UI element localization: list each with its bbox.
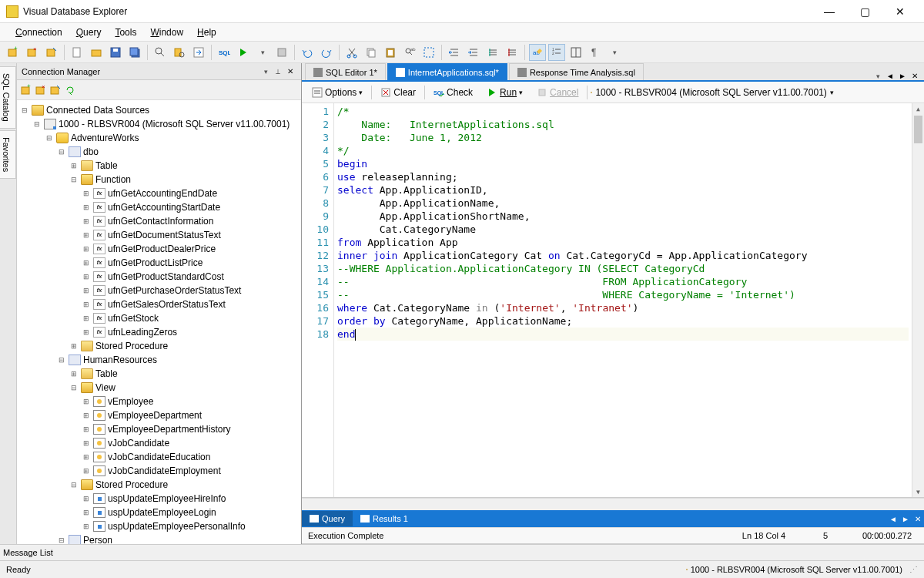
open-file-icon[interactable] [88, 44, 105, 61]
scroll-down-icon[interactable]: ▼ [912, 486, 924, 497]
editor-scrollbar[interactable]: ▲ ▼ [912, 103, 924, 497]
editor-tab-3[interactable]: Response Time Analysis.sql [509, 63, 644, 80]
tree-item[interactable]: ⊞uspUpdateEmployeeLogin [82, 506, 300, 519]
save-all-icon[interactable] [126, 44, 143, 61]
menu-help[interactable]: Help [191, 25, 223, 39]
new-file-icon[interactable] [69, 44, 85, 61]
resize-grip-icon[interactable]: ⋰ [902, 565, 918, 575]
tree-folder-table[interactable]: ⊞Table [69, 367, 300, 381]
menu-tools[interactable]: Tools [109, 25, 142, 39]
redo-icon[interactable] [318, 44, 335, 61]
connection-tree[interactable]: ⊟Connected Data Sources ⊟1000 - RLBSVR00… [17, 100, 301, 544]
result-next-icon[interactable]: ► [899, 515, 912, 523]
refresh-icon[interactable] [64, 84, 76, 96]
goto-icon[interactable] [190, 44, 207, 61]
clear-button[interactable]: Clear [375, 85, 421, 100]
tree-schema-person[interactable]: ⊟Person [57, 533, 300, 544]
db-edit-icon[interactable] [43, 44, 60, 61]
add-connection-icon[interactable]: + [20, 84, 32, 96]
run-icon[interactable] [235, 44, 252, 61]
uncomment-icon[interactable] [504, 44, 521, 61]
tree-item[interactable]: ⊞fxufnGetStock [82, 311, 300, 325]
result-tab-results[interactable]: Results 1 [353, 511, 416, 526]
db-add-icon[interactable]: + [5, 44, 22, 61]
connection-selector[interactable]: 1000 - RLBSVR004 (Microsoft SQL Server v… [591, 87, 919, 98]
copy-icon[interactable] [363, 44, 380, 61]
run-dropdown-icon[interactable] [254, 44, 271, 61]
panel-menu-icon[interactable] [259, 66, 272, 78]
tree-item[interactable]: ⊞fxufnGetContactInformation [82, 214, 300, 228]
pilcrow-dropdown-icon[interactable] [606, 44, 623, 61]
menu-query[interactable]: Query [70, 25, 108, 39]
tree-item[interactable]: ⊞vJobCandidate [82, 436, 300, 450]
tree-item[interactable]: ⊞fxufnGetProductStandardCost [82, 270, 300, 284]
editor-tab-1[interactable]: SQL Editor 1* [305, 63, 386, 80]
tab-prev-icon[interactable]: ◄ [884, 72, 896, 80]
save-icon[interactable] [107, 44, 124, 61]
side-tab-favorites[interactable]: Favorites [0, 130, 16, 179]
tree-server[interactable]: ⊟1000 - RLBSVR004 (Microsoft SQL Server … [32, 117, 300, 131]
tree-schema-hr[interactable]: ⊟HumanResources [57, 353, 300, 367]
tree-item[interactable]: ⊞vEmployeeDepartment [82, 408, 300, 422]
run-button[interactable]: Run▾ [481, 85, 528, 100]
tree-folder-sp[interactable]: ⊟Stored Procedure [69, 478, 300, 492]
stop-icon[interactable] [273, 44, 290, 61]
options-button[interactable]: Options▾ [306, 85, 368, 100]
tab-list-icon[interactable] [872, 72, 884, 80]
tree-item[interactable]: ⊞fxufnGetDocumentStatusText [82, 228, 300, 242]
tree-item[interactable]: ⊞fxufnGetProductDealerPrice [82, 242, 300, 256]
sql-icon[interactable]: SQL [216, 44, 233, 61]
menu-connection[interactable]: Connection [9, 25, 69, 39]
result-prev-icon[interactable]: ◄ [887, 515, 899, 523]
minimize-button[interactable]: — [812, 0, 847, 23]
search-icon[interactable] [152, 44, 169, 61]
edit-connection-icon[interactable] [49, 84, 62, 96]
tree-item[interactable]: ⊞fxufnGetSalesOrderStatusText [82, 297, 300, 311]
check-button[interactable]: SQLCheck [428, 85, 478, 100]
tree-item[interactable]: ⊞fxufnLeadingZeros [82, 325, 300, 339]
editor-hscroll[interactable] [302, 498, 924, 510]
highlight-icon[interactable]: ab [529, 44, 546, 61]
tree-folder-sp[interactable]: ⊞Stored Procedure [69, 339, 300, 353]
tree-schema-dbo[interactable]: ⊟dbo [57, 145, 300, 159]
find-in-db-icon[interactable] [171, 44, 188, 61]
side-tab-sql-catalog[interactable]: SQL Catalog [0, 66, 16, 129]
indent-left-icon[interactable] [446, 44, 463, 61]
tree-item[interactable]: ⊞vJobCandidateEducation [82, 450, 300, 464]
tree-database[interactable]: ⊟AdventureWorks [45, 131, 300, 145]
comment-icon[interactable] [484, 44, 501, 61]
code-area[interactable]: /* Name: InternetApplications.sql Date: … [334, 103, 912, 497]
db-remove-icon[interactable]: × [24, 44, 41, 61]
select-all-icon[interactable] [420, 44, 437, 61]
undo-icon[interactable] [299, 44, 316, 61]
panel-close-icon[interactable]: ✕ [284, 66, 296, 78]
indent-right-icon[interactable] [465, 44, 482, 61]
pilcrow-icon[interactable]: ¶ [587, 44, 604, 61]
result-tab-query[interactable]: Query [302, 511, 353, 526]
code-editor[interactable]: 123456789101112131415161718 /* Name: Int… [302, 103, 924, 498]
tree-item[interactable]: ⊞fxufnGetProductListPrice [82, 256, 300, 270]
menu-window[interactable]: Window [144, 25, 189, 39]
message-list-tab[interactable]: Message List [0, 544, 924, 561]
tab-close-icon[interactable]: ✕ [909, 72, 921, 80]
tree-item[interactable]: ⊞vJobCandidateEmployment [82, 464, 300, 478]
tree-item[interactable]: ⊞uspUpdateEmployeeHireInfo [82, 492, 300, 506]
cut-icon[interactable] [343, 44, 360, 61]
remove-connection-icon[interactable]: × [35, 84, 47, 96]
tree-item[interactable]: ⊞vEmployee [82, 395, 300, 408]
pin-icon[interactable]: ⟂ [272, 66, 284, 78]
tree-item[interactable]: ⊞vEmployeeDepartmentHistory [82, 422, 300, 436]
tree-root[interactable]: ⊟Connected Data Sources [20, 103, 300, 117]
editor-tab-2[interactable]: InternetApplications.sql* [387, 63, 507, 80]
tree-item[interactable]: ⊞fxufnGetAccountingEndDate [82, 187, 300, 200]
tree-item[interactable]: ⊞fxufnGetPurchaseOrderStatusText [82, 284, 300, 297]
tree-item[interactable]: ⊞uspUpdateEmployeePersonalInfo [82, 519, 300, 533]
tree-folder-view[interactable]: ⊟View [69, 381, 300, 395]
close-button[interactable]: ✕ [882, 0, 918, 23]
tree-item[interactable]: ⊞fxufnGetAccountingStartDate [82, 200, 300, 214]
scroll-thumb[interactable] [914, 116, 922, 143]
find-replace-icon[interactable]: ab [401, 44, 418, 61]
tree-folder-function[interactable]: ⊟Function [69, 173, 300, 187]
paste-icon[interactable] [382, 44, 399, 61]
split-view-icon[interactable] [567, 44, 584, 61]
